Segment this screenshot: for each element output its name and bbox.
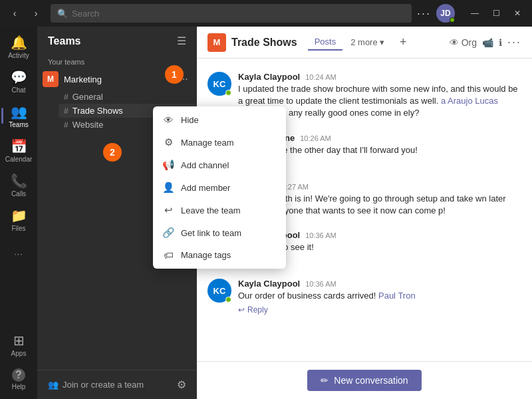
message-time: 10:24 AM	[305, 73, 336, 81]
team-name: Marketing	[64, 74, 176, 84]
message-content: Kayla Claypool 10:36 AM Our order of bus…	[238, 279, 521, 314]
info-icon[interactable]: ℹ	[499, 37, 502, 48]
sidebar-item-calls[interactable]: 📞 Calls	[4, 168, 33, 202]
message-header: Kayla Claypool 10:36 AM	[238, 279, 521, 289]
org-icon: 👁	[450, 37, 459, 48]
ctx-manage-tags[interactable]: 🏷 Manage tags	[153, 244, 286, 266]
sidebar-item-teams[interactable]: 👥 Teams	[4, 98, 33, 133]
manage-team-icon: ⚙	[162, 136, 174, 148]
badge-1-number: 1	[172, 69, 177, 80]
maximize-button[interactable]: ☐	[487, 4, 505, 23]
chat-tabs: Posts 2 more ▾	[308, 34, 390, 51]
mention-paul: Paul Tron	[378, 291, 416, 301]
context-menu: 👁 Hide ⚙ Manage team 📢 Add channel 👤 Add…	[153, 106, 286, 269]
header-more-button[interactable]: ···	[507, 35, 521, 49]
chat-icon: 💬	[11, 69, 27, 85]
main-layout: 🔔 Activity 💬 Chat 👥 Teams 📅 Calendar 📞 C…	[0, 27, 532, 399]
ctx-manage-team-label: Manage team	[181, 138, 234, 148]
forward-button[interactable]: ›	[27, 4, 45, 23]
sidebar-item-apps[interactable]: ⊞ Apps	[4, 327, 33, 362]
join-label: Join or create a team	[63, 380, 144, 390]
org-button[interactable]: 👁 Org	[450, 37, 477, 48]
search-bar[interactable]: 🔍	[51, 4, 412, 23]
compose-area: ✏ New conversation	[197, 361, 532, 399]
sidebar-title: Teams	[48, 35, 81, 47]
sidebar-item-activity[interactable]: 🔔 Activity	[4, 29, 33, 64]
search-input[interactable]	[72, 9, 405, 19]
message-header: Kayla Claypool 10:24 AM	[238, 72, 521, 82]
tab-posts[interactable]: Posts	[308, 34, 343, 51]
filter-button[interactable]: ☰	[177, 35, 186, 47]
add-channel-icon: 📢	[162, 159, 174, 171]
ctx-get-link-label: Get link to team	[181, 228, 241, 238]
add-tab-button[interactable]: +	[395, 35, 411, 51]
teams-label: Teams	[9, 121, 28, 128]
leave-icon: ↩	[162, 204, 174, 216]
ctx-leave-team[interactable]: ↩ Leave the team	[153, 199, 286, 221]
join-team-button[interactable]: 👥 Join or create a team	[48, 380, 144, 390]
online-indicator	[225, 90, 231, 96]
message-time: 10:36 AM	[305, 231, 336, 239]
badge-1: 1	[165, 65, 184, 84]
chat-header: M Trade Shows Posts 2 more ▾ + 👁 Org 📹 ℹ…	[197, 27, 532, 59]
sidebar-item-files[interactable]: 📁 Files	[4, 202, 33, 237]
more-options-icon[interactable]: ···	[417, 7, 431, 21]
ctx-add-channel[interactable]: 📢 Add channel	[153, 154, 286, 176]
activity-icon: 🔔	[11, 35, 27, 51]
window-controls: — ☐ ✕	[466, 4, 527, 23]
nav-buttons: ‹ ›	[5, 4, 45, 23]
new-conversation-button[interactable]: ✏ New conversation	[307, 370, 421, 391]
help-icon: ?	[12, 368, 25, 382]
close-button[interactable]: ✕	[508, 4, 527, 23]
hide-icon: 👁	[162, 114, 174, 126]
channel-item-general[interactable]: # General	[59, 90, 197, 104]
settings-button[interactable]: ⚙	[177, 378, 186, 391]
sidebar-item-help[interactable]: ? Help	[4, 362, 33, 396]
avatar-initials: JD	[440, 9, 450, 18]
video-icon[interactable]: 📹	[482, 37, 493, 48]
ctx-hide-label: Hide	[181, 115, 199, 125]
pencil-icon: ✏	[321, 375, 329, 386]
channel-name-website: Website	[72, 120, 104, 130]
sidebar-bottom: 👥 Join or create a team ⚙	[37, 370, 197, 399]
reply-icon: ↩	[238, 305, 245, 315]
calendar-icon: 📅	[11, 138, 27, 154]
title-bar: ‹ › 🔍 ··· JD — ☐ ✕	[0, 0, 532, 27]
new-conversation-label: New conversation	[334, 375, 408, 386]
avatar[interactable]: JD	[436, 4, 455, 23]
message-author: Kayla Claypool	[238, 72, 300, 82]
activity-label: Activity	[8, 52, 29, 59]
reply-button[interactable]: ↩ Reply	[238, 305, 521, 315]
sidebar-item-chat[interactable]: 💬 Chat	[4, 64, 33, 98]
message-time: 10:36 AM	[305, 280, 336, 288]
teams-icon: 👥	[11, 104, 27, 120]
join-icon: 👥	[48, 380, 59, 390]
minimize-button[interactable]: —	[466, 4, 484, 23]
team-initial: M	[43, 71, 59, 87]
ctx-get-link[interactable]: 🔗 Get link to team	[153, 221, 286, 244]
ctx-manage-tags-label: Manage tags	[181, 250, 231, 260]
sidebar-header: Teams ☰	[37, 27, 197, 55]
ctx-add-member[interactable]: 👤 Add member	[153, 176, 286, 199]
files-label: Files	[11, 225, 25, 232]
apps-label: Apps	[11, 350, 27, 357]
channel-name-trade-shows: Trade Shows	[72, 106, 123, 116]
ctx-manage-team[interactable]: ⚙ Manage team	[153, 131, 286, 154]
chat-header-actions: 👁 Org 📹 ℹ ···	[450, 35, 521, 49]
message-author: Kayla Claypool	[238, 279, 300, 289]
hash-icon-2: #	[64, 106, 68, 116]
title-bar-right: ··· JD	[417, 4, 455, 23]
back-button[interactable]: ‹	[5, 4, 24, 23]
sidebar-item-more[interactable]: ···	[4, 237, 33, 271]
badge-2-number: 2	[110, 147, 115, 158]
calendar-label: Calendar	[5, 156, 33, 163]
avatar: KC	[207, 279, 231, 303]
tab-more[interactable]: 2 more ▾	[345, 34, 390, 51]
message-time: 10:26 AM	[300, 134, 331, 142]
ctx-hide[interactable]: 👁 Hide	[153, 109, 286, 131]
calls-icon: 📞	[11, 173, 27, 189]
chat-team-initial: M	[207, 33, 226, 52]
message-text: Our order of business cards arrived! Pau…	[238, 290, 521, 302]
help-label: Help	[12, 383, 26, 390]
sidebar-item-calendar[interactable]: 📅 Calendar	[4, 133, 33, 168]
